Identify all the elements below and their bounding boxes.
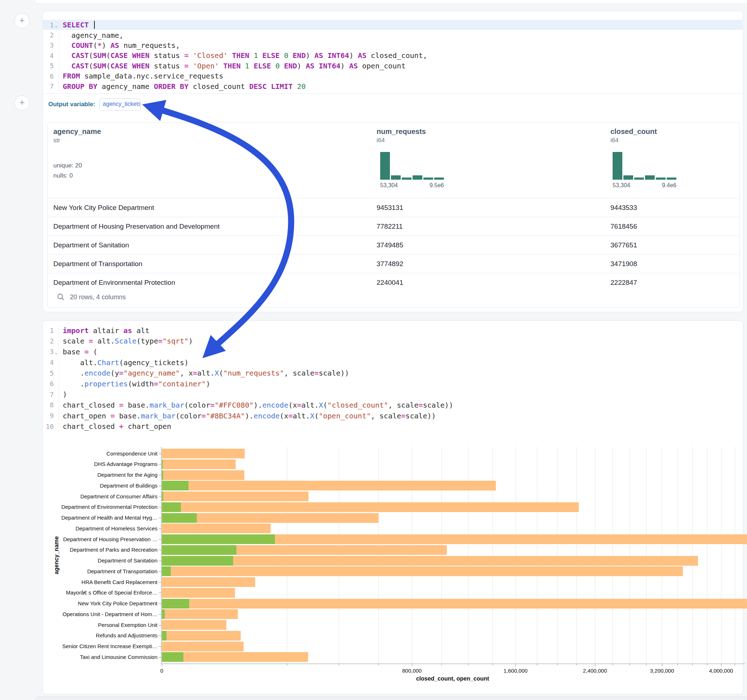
- code-line[interactable]: 4 alt.Chart(agency_tickets): [43, 357, 742, 368]
- code-token: ).: [245, 412, 254, 420]
- code-token: [128, 62, 132, 70]
- column-header[interactable]: agency_name: [53, 127, 101, 136]
- code-token: X: [215, 369, 219, 377]
- text-cursor: [94, 21, 95, 29]
- table-cell: 2240041: [377, 279, 403, 287]
- fold-toggle-icon: [54, 45, 59, 46]
- code-token: 0: [275, 62, 280, 70]
- code-token: WHEN: [132, 51, 150, 60]
- python-code-editor[interactable]: 1import altair as alt2scale = alt.Scale(…: [43, 321, 742, 432]
- code-token: closed_count,: [366, 51, 427, 60]
- output-variable-row: Output variable: agency_tickets: [43, 93, 742, 115]
- code-token: [250, 51, 254, 60]
- code-line[interactable]: 4 CAST(SUM(CASE WHEN status = 'Closed' T…: [43, 50, 742, 60]
- code-token: base: [63, 347, 84, 356]
- code-text: CAST(SUM(CASE WHEN status = 'Closed' THE…: [59, 50, 427, 60]
- code-line[interactable]: 5 .encode(y="agency_name", x=alt.X("num_…: [43, 368, 742, 379]
- code-token: =: [297, 401, 301, 409]
- code-token: [258, 51, 262, 60]
- code-line[interactable]: 1⌄SELECT: [43, 20, 742, 30]
- code-token: "#FFC080": [215, 401, 253, 409]
- table-row[interactable]: New York City Police Department945313194…: [48, 198, 739, 217]
- code-token: "agency_name": [124, 369, 180, 377]
- code-line[interactable]: 3 COUNT(*) AS num_requests,: [43, 40, 742, 50]
- code-token: (color: [184, 401, 210, 409]
- fold-toggle-icon[interactable]: ⌄: [54, 22, 59, 28]
- sql-code-editor[interactable]: 1⌄SELECT 2 agency_name,3 COUNT(*) AS num…: [43, 11, 742, 92]
- code-token: 1: [245, 62, 250, 70]
- column-header[interactable]: num_requests: [377, 127, 426, 136]
- table-row[interactable]: Department of Housing Preservation and D…: [48, 217, 739, 236]
- code-token: =: [184, 62, 189, 70]
- code-token: =: [119, 401, 124, 409]
- code-text: SELECT: [59, 20, 95, 30]
- code-token: *: [97, 41, 101, 50]
- code-token: "sqrt": [163, 337, 189, 345]
- code-line[interactable]: 6 .properties(width="container"): [43, 379, 742, 389]
- code-token: mark_bar: [150, 401, 184, 409]
- code-line[interactable]: 6FROM sample_data.nyc.service_requests: [43, 71, 742, 81]
- column-header[interactable]: closed_count: [611, 127, 657, 136]
- code-token: [323, 51, 328, 60]
- code-text: .encode(y="agency_name", x=alt.X("num_re…: [59, 368, 349, 379]
- line-number: 10: [43, 423, 54, 430]
- table-row[interactable]: Department of Environmental Protection22…: [48, 273, 739, 292]
- add-cell-button[interactable]: +: [14, 95, 30, 110]
- code-token: =: [314, 369, 319, 377]
- sql-cell: 1⌄SELECT 2 agency_name,3 COUNT(*) AS num…: [42, 11, 743, 312]
- code-line[interactable]: 7GROUP BY agency_name ORDER BY closed_co…: [43, 81, 742, 91]
- code-text: COUNT(*) AS num_requests,: [59, 40, 180, 50]
- code-token: Scale: [115, 337, 136, 345]
- histogram-max-label: 9.5e6: [380, 182, 444, 189]
- code-line[interactable]: 10chart_closed + chart_open: [43, 421, 742, 432]
- column-type: str: [53, 137, 60, 144]
- search-icon[interactable]: [57, 293, 65, 301]
- code-token: AS: [358, 51, 366, 60]
- code-token: alt.: [301, 401, 319, 409]
- line-number: 1: [43, 21, 54, 29]
- code-token: END: [284, 62, 297, 70]
- line-number: 6: [43, 72, 54, 80]
- fold-toggle-icon: [54, 404, 59, 406]
- code-line[interactable]: 9chart_open = base.mark_bar(color="#8BC3…: [43, 410, 742, 421]
- code-text: ): [59, 389, 67, 400]
- code-line[interactable]: 8chart_closed = base.mark_bar(color="#FF…: [43, 400, 742, 410]
- line-number: 4: [43, 52, 54, 59]
- python-cell: 1import altair as alt2scale = alt.Scale(…: [42, 320, 743, 694]
- result-table: agency_namestrunique: 20nulls: 0num_requ…: [47, 122, 740, 308]
- code-token: =: [154, 380, 158, 388]
- table-cell: 7782211: [377, 223, 403, 231]
- code-token: LIMIT: [271, 82, 293, 91]
- code-line[interactable]: 3⌄base = (: [43, 346, 742, 357]
- code-text: import altair as alt: [59, 325, 150, 336]
- code-line[interactable]: 1import altair as alt: [43, 325, 742, 336]
- code-line[interactable]: 7): [43, 389, 742, 400]
- add-cell-button[interactable]: +: [14, 13, 30, 29]
- output-variable-pill[interactable]: agency_tickets: [100, 98, 141, 110]
- code-token: alt: [132, 326, 150, 335]
- code-token: (type: [136, 337, 158, 345]
- code-line[interactable]: 2 agency_name,: [43, 30, 742, 40]
- fold-toggle-icon: [54, 65, 59, 66]
- table-cell: 3677651: [611, 241, 637, 249]
- code-line[interactable]: 2scale = alt.Scale(type="sqrt"): [43, 336, 742, 347]
- fold-toggle-icon[interactable]: ⌄: [54, 348, 59, 355]
- table-footer: 20 rows, 4 columns: [57, 291, 126, 303]
- code-token: (: [106, 51, 110, 60]
- code-token: (y: [110, 369, 119, 377]
- code-token: encode: [262, 401, 288, 409]
- code-line[interactable]: 5 CAST(SUM(CASE WHEN status = 'Open' THE…: [43, 61, 742, 71]
- code-token: =: [119, 369, 124, 377]
- code-token: scale)): [405, 412, 435, 420]
- code-token: [280, 51, 284, 60]
- table-cell: Department of Transportation: [53, 260, 142, 268]
- code-token: (: [314, 412, 319, 420]
- code-token: open_count: [358, 62, 405, 70]
- code-token: ): [101, 41, 110, 50]
- table-row[interactable]: Department of Sanitation37494853677651: [48, 235, 739, 255]
- code-token: [63, 62, 71, 70]
- code-token: closed_count: [189, 82, 250, 91]
- code-token: [271, 62, 275, 70]
- code-token: [293, 82, 297, 91]
- table-row[interactable]: Department of Transportation377489234719…: [48, 254, 739, 273]
